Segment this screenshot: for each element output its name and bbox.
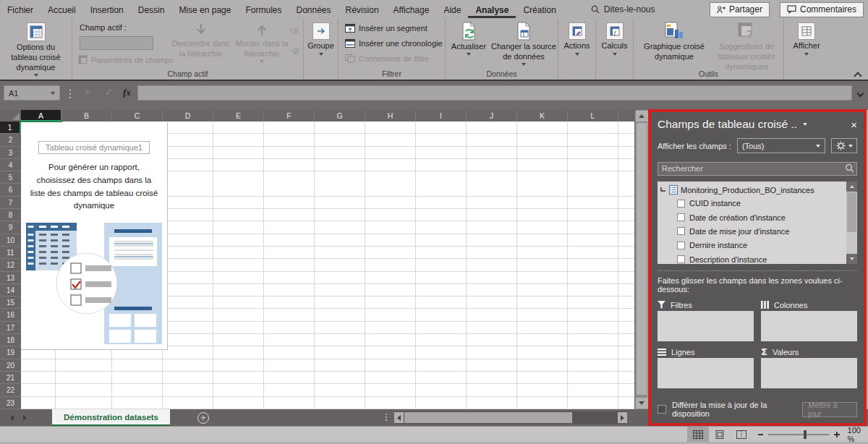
column-header[interactable]: D [163,110,213,121]
comments-button[interactable]: Commentaires [780,2,864,17]
ribbon-tab[interactable]: Données [289,1,338,18]
row-header[interactable]: 18 [0,334,21,346]
field-checkbox[interactable] [677,227,685,235]
column-header[interactable]: A [21,110,61,121]
pivot-chart-button[interactable]: Graphique croisé dynamique [638,22,710,62]
field-list-scrollbar-thumb[interactable] [847,192,856,232]
columns-drop-zone[interactable] [761,311,857,341]
ribbon-tab[interactable]: Révision [339,1,386,18]
collapse-field-button[interactable] [290,48,299,56]
field-item[interactable]: Date de création d'instance [660,210,845,224]
row-header[interactable]: 5 [0,171,21,184]
field-item[interactable]: CUID instance [660,197,845,210]
tab-bar-resize-handle[interactable] [386,414,387,415]
row-header[interactable]: 19 [0,346,21,359]
group-button[interactable]: Groupe [304,22,338,56]
column-header[interactable]: B [61,110,112,121]
row-header[interactable]: 10 [0,234,21,247]
column-header[interactable]: F [264,110,315,121]
insert-function-button[interactable]: fx [123,87,131,98]
field-settings-button[interactable]: Paramètres de champs [78,55,174,64]
vertical-scrollbar-thumb[interactable] [636,122,647,396]
share-button[interactable]: Partager [710,2,770,17]
cancel-button[interactable]: × [85,87,90,98]
ribbon-tab[interactable]: Création [516,1,563,18]
update-button[interactable]: Mettre à jour [802,402,857,417]
enter-button[interactable]: ✓ [105,87,113,98]
column-header[interactable]: I [416,110,467,121]
expand-field-button[interactable] [290,27,299,35]
zoom-slider[interactable] [768,434,829,435]
select-all-corner[interactable] [0,110,21,121]
row-header[interactable]: 8 [0,209,21,221]
field-item[interactable]: Description d'instance [660,252,845,263]
row-header[interactable]: 15 [0,296,21,309]
column-header[interactable]: C [112,110,163,121]
drill-up-button[interactable]: Monter dans la hiérarchie [233,22,291,63]
actions-button[interactable]: Actions [558,22,595,56]
row-header[interactable]: 2 [0,134,21,146]
insert-timeline-button[interactable]: Insérer une chronologie [345,39,443,48]
row-header[interactable]: 20 [0,359,21,372]
zoom-in-button[interactable] [834,432,839,437]
row-header[interactable]: 9 [0,221,21,234]
pivot-options-button[interactable]: Options du tableau croisé dynamique [3,22,69,77]
search-fields-input[interactable] [658,162,857,176]
scroll-left-button[interactable] [394,412,404,423]
collapse-ribbon-icon[interactable] [855,71,861,77]
normal-view-button[interactable] [687,427,709,442]
field-checkbox[interactable] [677,255,685,263]
field-list-scrollbar[interactable] [846,182,857,264]
row-header[interactable]: 1 [0,121,21,134]
scroll-down-button[interactable] [846,254,857,264]
scroll-up-button[interactable] [846,182,857,192]
row-header[interactable]: 14 [0,284,21,296]
ribbon-tab[interactable]: Accueil [41,1,83,18]
zoom-level[interactable]: 100 % [848,426,868,443]
row-header[interactable]: 17 [0,322,21,334]
row-header[interactable]: 22 [0,384,21,396]
ribbon-tab[interactable]: Formules [238,1,289,18]
pane-settings-button[interactable] [831,138,857,153]
defer-layout-checkbox[interactable] [658,405,666,414]
field-checkbox[interactable] [677,213,685,221]
zoom-slider-thumb[interactable] [804,430,807,439]
recommended-pivottables-button[interactable]: ? Suggestions de tableaux croisés dynami… [712,22,781,72]
filters-drop-zone[interactable] [658,311,754,341]
filter-connections-button[interactable]: Connexions de filtre [345,54,429,63]
ribbon-tab[interactable]: Insertion [83,1,131,18]
field-checkbox[interactable] [677,200,685,208]
ribbon-tab[interactable]: Affichage [386,1,437,18]
column-header[interactable]: G [315,110,365,121]
worksheet-grid[interactable]: ABCDEFGHIJKL 123456789101112131415161718… [0,110,634,409]
ribbon-tab[interactable]: Analyse [468,1,516,18]
horizontal-scrollbar-thumb[interactable] [404,412,572,423]
row-header[interactable]: 3 [0,147,21,159]
new-sheet-button[interactable]: + [197,412,209,424]
pane-options-caret-icon[interactable] [803,123,807,126]
row-header[interactable]: 4 [0,159,21,171]
zoom-out-button[interactable] [758,434,763,435]
page-layout-view-button[interactable] [709,427,731,442]
field-item[interactable]: Dernire instance [660,239,845,252]
page-break-preview-button[interactable] [731,427,752,442]
scroll-down-button[interactable] [636,398,647,409]
column-header[interactable]: L [568,110,618,121]
drill-down-button[interactable]: Descendre dans la hiérarchie [170,22,231,59]
close-pane-button[interactable]: × [851,119,857,130]
formula-bar-drag-handle[interactable] [69,90,71,91]
row-header[interactable]: 16 [0,309,21,321]
values-drop-zone[interactable] [761,358,857,388]
ribbon-tab[interactable]: Dessin [131,1,172,18]
ribbon-tab[interactable]: Mise en page [171,1,238,18]
sheet-tab-active[interactable]: Démonstration datasets [52,409,170,426]
field-item[interactable]: Date de mise jour d'instance [660,224,845,238]
ribbon-tab[interactable]: Aide [436,1,468,18]
field-checkbox[interactable] [677,242,685,249]
show-button[interactable]: Afficher [784,22,829,56]
calculations-button[interactable]: f Calculs [596,22,633,56]
next-sheet-button[interactable] [23,415,27,421]
scroll-up-button[interactable] [636,111,647,121]
show-fields-dropdown[interactable]: (Tous) [737,138,825,153]
ribbon-tab[interactable]: Fichier [0,1,41,18]
